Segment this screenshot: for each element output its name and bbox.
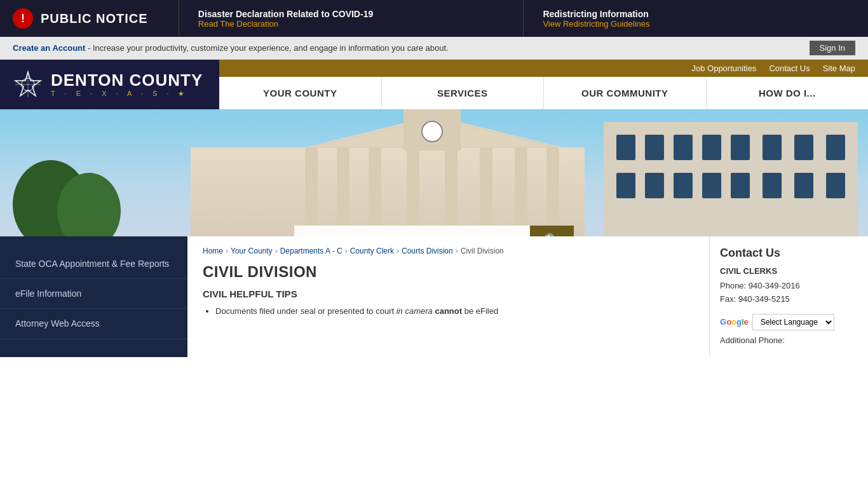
svg-rect-30: [702, 173, 721, 198]
alert-right-link[interactable]: View Redistricting Guidelines: [543, 19, 849, 29]
svg-rect-31: [731, 173, 750, 198]
svg-rect-23: [731, 135, 750, 160]
svg-rect-21: [674, 135, 693, 160]
alert-bar: ! PUBLIC NOTICE Disaster Declaration Rel…: [0, 0, 868, 37]
svg-rect-11: [407, 147, 419, 236]
sign-in-button[interactable]: Sign In: [810, 41, 855, 55]
breadcrumb-civil: Civil Division: [461, 247, 504, 255]
contact-subtitle: CIVIL CLERKS: [720, 266, 858, 276]
svg-rect-29: [674, 173, 693, 198]
alert-center-title: Disaster Declaration Related to COVID-19: [198, 9, 505, 19]
logo-text: DENTON COUNTY T · E · X · A · S · ★: [51, 71, 203, 98]
site-header: DENTON COUNTY T · E · X · A · S · ★ Job …: [0, 60, 868, 109]
breadcrumb-sep-5: ›: [456, 247, 458, 255]
logo-area[interactable]: DENTON COUNTY T · E · X · A · S · ★: [0, 60, 219, 109]
svg-rect-15: [546, 147, 559, 236]
account-bar-desc: - Increase your productivity, customize …: [88, 43, 449, 53]
svg-rect-25: [794, 135, 813, 160]
additional-phone-label: Additional Phone:: [720, 336, 858, 345]
sidebar: State OCA Appointment & Fee Reports eFil…: [0, 236, 187, 357]
svg-rect-14: [515, 147, 527, 236]
svg-rect-27: [616, 173, 635, 198]
alert-left: ! PUBLIC NOTICE: [0, 0, 179, 37]
breadcrumb-your-county[interactable]: Your County: [231, 247, 273, 255]
nav-how-do-i[interactable]: HOW DO I...: [707, 77, 869, 109]
svg-rect-22: [702, 135, 721, 160]
contact-phone: Phone: 940-349-2016: [720, 280, 858, 293]
breadcrumb-county-clerk[interactable]: County Clerk: [350, 247, 394, 255]
breadcrumb-courts[interactable]: Courts Division: [402, 247, 453, 255]
breadcrumb-sep-4: ›: [397, 247, 399, 255]
search-icon: 🔍: [544, 233, 560, 237]
search-input[interactable]: [294, 226, 530, 236]
tip-list: Documents filed under seal or presented …: [203, 306, 694, 317]
nav-services[interactable]: SERVICES: [382, 77, 545, 109]
search-bar: 🔍: [294, 226, 574, 236]
alert-icon: !: [13, 8, 33, 29]
contact-info: Phone: 940-349-2016 Fax: 940-349-5215: [720, 280, 858, 306]
section-title: CIVIL HELPFUL TIPS: [203, 288, 694, 299]
breadcrumb-sep-3: ›: [345, 247, 348, 255]
svg-rect-12: [445, 147, 458, 236]
breadcrumb-home[interactable]: Home: [203, 247, 223, 255]
job-opportunities-link[interactable]: Job Opportunities: [691, 64, 756, 73]
account-bar: Create an Account - Increase your produc…: [0, 37, 868, 60]
alert-right: Redistricting Information View Redistric…: [524, 0, 868, 37]
nav-your-county[interactable]: YOUR COUNTY: [219, 77, 382, 109]
hero-section: 🔍: [0, 109, 868, 236]
svg-rect-28: [645, 173, 664, 198]
main-nav: YOUR COUNTY SERVICES OUR COMMUNITY HOW D…: [219, 77, 868, 109]
sidebar-item-oca[interactable]: State OCA Appointment & Fee Reports: [0, 249, 187, 279]
breadcrumb-sep-2: ›: [275, 247, 278, 255]
svg-rect-34: [826, 173, 845, 198]
svg-rect-33: [794, 173, 813, 198]
sidebar-item-attorney[interactable]: Attorney Web Access: [0, 309, 187, 339]
sidebar-item-efile[interactable]: eFile Information: [0, 279, 187, 309]
header-right: Job Opportunities Contact Us Site Map YO…: [219, 60, 868, 109]
contact-panel-title: Contact Us: [720, 247, 858, 260]
content-wrapper: State OCA Appointment & Fee Reports eFil…: [0, 236, 868, 357]
svg-rect-24: [763, 135, 782, 160]
svg-rect-8: [305, 147, 318, 236]
contact-fax: Fax: 940-349-5215: [720, 293, 858, 306]
search-button[interactable]: 🔍: [530, 226, 574, 236]
svg-rect-19: [616, 135, 635, 160]
svg-rect-9: [337, 147, 349, 236]
svg-rect-13: [480, 147, 492, 236]
breadcrumb-sep-1: ›: [226, 247, 228, 255]
breadcrumb: Home › Your County › Departments A - C ›…: [203, 247, 694, 255]
logo-title: DENTON COUNTY: [51, 71, 203, 90]
alert-title: PUBLIC NOTICE: [41, 11, 148, 26]
alert-center-link[interactable]: Read The Declaration: [198, 19, 505, 29]
breadcrumb-depts[interactable]: Departments A - C: [280, 247, 342, 255]
alert-right-title: Redistricting Information: [543, 9, 849, 19]
language-select[interactable]: Select Language: [752, 314, 834, 330]
svg-rect-32: [763, 173, 782, 198]
create-account-link[interactable]: Create an Account: [13, 43, 85, 53]
site-map-link[interactable]: Site Map: [823, 64, 855, 73]
contact-panel: Contact Us CIVIL CLERKS Phone: 940-349-2…: [709, 236, 868, 357]
svg-rect-10: [369, 147, 381, 236]
header-top-links: Job Opportunities Contact Us Site Map: [219, 60, 868, 77]
hero-building-image: [0, 109, 868, 236]
page-title: CIVIL DIVISION: [203, 263, 694, 281]
logo-subtitle: T · E · X · A · S · ★: [51, 90, 203, 98]
tip-item-1: Documents filed under seal or presented …: [215, 306, 694, 317]
svg-rect-20: [645, 135, 664, 160]
account-bar-text: Create an Account - Increase your produc…: [13, 43, 449, 53]
logo-star: [13, 69, 43, 100]
nav-our-community[interactable]: OUR COMMUNITY: [544, 77, 707, 109]
google-logo: Google: [720, 317, 749, 327]
svg-point-17: [422, 121, 442, 142]
contact-us-link[interactable]: Contact Us: [769, 64, 810, 73]
main-content: Home › Your County › Departments A - C ›…: [187, 236, 709, 357]
svg-rect-26: [826, 135, 845, 160]
google-translate-widget: Google Select Language: [720, 314, 858, 330]
alert-center: Disaster Declaration Related to COVID-19…: [179, 0, 524, 37]
